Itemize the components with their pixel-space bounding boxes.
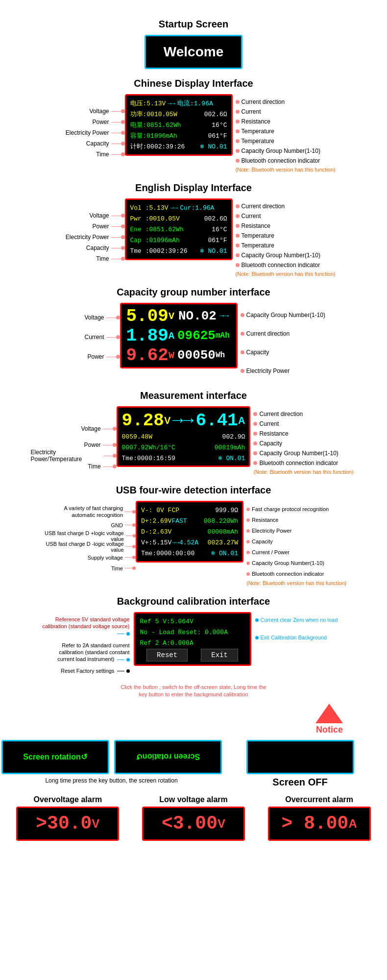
lowvoltage-unit: V: [218, 817, 225, 831]
screen-off-section: Screen OFF: [246, 740, 354, 788]
chinese-lcd-row4: 容量:01096mAh 061°F: [130, 130, 227, 141]
calib-lcd: Ref 5 V:5.064V No - Load Reset: 0.000A R…: [134, 612, 251, 666]
alarm-screens: >30.0 V <3.00 V > 8.00 A: [5, 807, 382, 841]
notice-arrow-icon: [315, 704, 343, 723]
chinese-lbl-0: Voltage: [89, 106, 124, 117]
chinese-diagram: Voltage Power Electricity Power Capacity: [5, 94, 382, 172]
chinese-right-labels: Current direction Current Resistance Tem…: [236, 94, 339, 172]
calib-title: Background calibration interface: [5, 596, 382, 607]
usb-lcd: V-: 0V FCP 999.9Ω D+:2.69V FAST 008.220W…: [136, 501, 243, 563]
usb-diagram: A variety of fast chargingautomatic reco…: [5, 501, 382, 586]
meas-title: Measurement interface: [5, 390, 382, 401]
chinese-lcd-row3: 电量:0851.62Wh 16°C: [130, 120, 227, 130]
chinese-lbl-2: Electricity Power: [66, 127, 125, 138]
overvoltage-title: Overvoltage alarm: [14, 795, 121, 804]
rotation-section: Screen rotation↺ Screen rotation↺ Long t…: [5, 740, 382, 788]
meas-right-labels: Current direction Current Resistance Cap…: [253, 406, 356, 475]
alarm-titles: Overvoltage alarm Low voltage alarm Over…: [5, 795, 382, 804]
chinese-rlbl-1: Current: [236, 107, 261, 117]
rotation-screen-normal: Screen rotation↺: [1, 740, 109, 774]
english-note: (Note: Bluetooth version has this functi…: [236, 271, 336, 277]
overcurrent-text: > 8.00: [282, 813, 349, 834]
exit-button[interactable]: Exit: [201, 649, 238, 662]
chinese-rlbl-3: Temperature: [236, 126, 274, 136]
chinese-lbl-1: Power: [92, 117, 124, 127]
chinese-rlbl-4: Temperature: [236, 136, 274, 146]
calib-left-labels: Reference 5V standard voltagecalibration…: [39, 612, 130, 679]
calib-diagram: Reference 5V standard voltagecalibration…: [5, 612, 382, 679]
screen-off-label: Screen OFF: [272, 777, 327, 788]
cap-lcd-row2: 1.89 A 09625 mAh: [126, 326, 231, 345]
chinese-rlbl-2: Resistance: [236, 117, 270, 126]
chinese-lbl-4: Time: [96, 149, 124, 160]
chinese-lcd-row5: 计时:0002:39:26 ❄ NO.01: [130, 141, 227, 152]
reset-button[interactable]: Reset: [146, 649, 188, 662]
eng-lbl-1: Power: [92, 221, 124, 232]
english-left-labels: Voltage Power Electricity Power Capacity: [49, 198, 125, 264]
chinese-rlbl-6: Bluetooth connection indicator: [236, 156, 320, 166]
cap-right-labels: Capacity Group Number(1-10) Current dire…: [241, 303, 343, 380]
english-title: English Display Interface: [5, 182, 382, 194]
chinese-note: (Note: Bluetooth version has this functi…: [236, 167, 336, 172]
cap-group-lcd: 5.09 V NO.02 →→ 1.89 A 09625 mAh 9.62 W …: [120, 303, 238, 368]
cap-group-diagram: Voltage Current Power 5.09 V NO.02: [5, 303, 382, 380]
eng-lcd-row1: Vol :5.13V →→ Cur:1.96A: [130, 202, 227, 213]
overvoltage-unit: V: [92, 817, 99, 831]
notice-click-text: Click the button , switch to the off-scr…: [120, 684, 267, 699]
startup-title: Startup Screen: [159, 19, 228, 30]
english-right-labels: Current direction Current Resistance Tem…: [236, 198, 339, 277]
cap-lcd-row1: 5.09 V NO.02 →→: [126, 306, 231, 326]
overcurrent-title: Overcurrent alarm: [266, 795, 373, 804]
meas-diagram: Voltage Power Electricity Power/Temperat…: [5, 406, 382, 475]
rotation-screens-pair: Screen rotation↺ Screen rotation↺ Long t…: [33, 740, 190, 784]
usb-right-labels: Fast charge protocol recognition Resista…: [246, 501, 349, 586]
notice-section: Notice: [5, 704, 382, 735]
startup-section: Startup Screen Welcome: [5, 10, 382, 69]
chinese-lbl-3: Capacity: [86, 138, 125, 149]
rotation-screen-flipped: Screen rotation↺: [114, 740, 222, 774]
eng-lcd-row3: Ene :0851.62Wh 16°C: [130, 224, 227, 235]
eng-lcd-row2: Pwr :0010.05V 002.6Ω: [130, 213, 227, 224]
eng-lcd-row5: Tme :0002:39:26 ❄ NO.01: [130, 245, 227, 256]
eng-lbl-3: Capacity: [86, 243, 125, 253]
chinese-left-labels: Voltage Power Electricity Power Capacity: [49, 94, 125, 160]
screen-off-lcd: [246, 740, 354, 774]
lowvoltage-lcd: <3.00 V: [142, 807, 245, 841]
english-diagram: Voltage Power Electricity Power Capacity: [5, 198, 382, 277]
lowvoltage-text: <3.00: [162, 813, 218, 834]
rotation-caption: Long time press the key button, the scre…: [45, 777, 177, 784]
startup-lcd: Welcome: [145, 35, 242, 69]
eng-lbl-4: Time: [96, 253, 124, 264]
cap-left-labels: Voltage Current Power: [44, 303, 120, 367]
eng-lcd-row4: Cap :01096mAh 061°F: [130, 235, 227, 245]
overcurrent-lcd: > 8.00 A: [268, 807, 371, 841]
english-lcd: Vol :5.13V →→ Cur:1.96A Pwr :0010.05V 00…: [125, 198, 233, 260]
page: Startup Screen Welcome Chinese Display I…: [0, 0, 387, 860]
chinese-lcd-row2: 功率:0010.05W 002.6Ω: [130, 109, 227, 120]
chinese-rlbl-0: Current direction: [236, 97, 285, 107]
meas-note: (Note: Bluetooth version has this functi…: [253, 469, 353, 475]
usb-title: USB four-wire detection interface: [5, 485, 382, 496]
chinese-lcd-row1: 电压:5.13V →→ 电流:1.96A: [130, 98, 227, 109]
eng-lbl-2: Electricity Power: [66, 232, 125, 243]
overcurrent-unit: A: [348, 817, 357, 831]
welcome-text: Welcome: [164, 44, 223, 60]
notice-label: Notice: [316, 725, 343, 735]
calib-right-labels: Current clear Zero when no load Exit Cal…: [255, 612, 348, 644]
overvoltage-lcd: >30.0 V: [16, 807, 119, 841]
lowvoltage-title: Low voltage alarm: [140, 795, 247, 804]
meas-left-labels: Voltage Power Electricity Power/Temperat…: [31, 406, 117, 472]
chinese-rlbl-5: Capacity Group Number(1-10): [236, 146, 320, 156]
usb-left-labels: A variety of fast chargingautomatic reco…: [38, 501, 136, 574]
meas-lcd: 9.28 V →→ 6.41 A 0059.48W 002.9Ω 0007.92…: [117, 406, 251, 467]
overvoltage-text: >30.0: [36, 813, 92, 834]
cap-group-title: Capacity group number interface: [5, 287, 382, 298]
chinese-title: Chinese Display Interface: [5, 78, 382, 89]
chinese-lcd: 电压:5.13V →→ 电流:1.96A 功率:0010.05W 002.6Ω …: [125, 94, 233, 156]
cap-lcd-row3: 9.62 W 00050 Wh: [126, 345, 231, 365]
eng-lbl-0: Voltage: [89, 210, 124, 221]
